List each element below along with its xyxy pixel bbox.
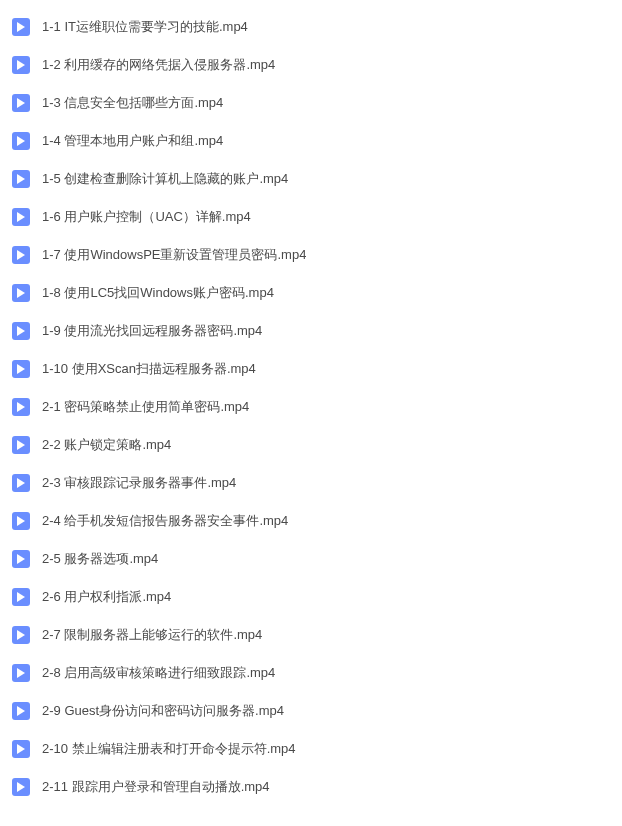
file-name-label: 1-1 IT运维职位需要学习的技能.mp4 [42, 18, 248, 36]
file-item[interactable]: 1-10 使用XScan扫描远程服务器.mp4 [0, 350, 622, 388]
video-file-icon [12, 512, 30, 530]
file-item[interactable]: 2-7 限制服务器上能够运行的软件.mp4 [0, 616, 622, 654]
file-item[interactable]: 1-2 利用缓存的网络凭据入侵服务器.mp4 [0, 46, 622, 84]
file-name-label: 2-3 审核跟踪记录服务器事件.mp4 [42, 474, 236, 492]
video-file-icon [12, 170, 30, 188]
video-file-icon [12, 436, 30, 454]
video-file-icon [12, 208, 30, 226]
file-name-label: 1-4 管理本地用户账户和组.mp4 [42, 132, 223, 150]
file-item[interactable]: 2-2 账户锁定策略.mp4 [0, 426, 622, 464]
file-name-label: 1-2 利用缓存的网络凭据入侵服务器.mp4 [42, 56, 275, 74]
file-name-label: 2-6 用户权利指派.mp4 [42, 588, 171, 606]
file-name-label: 1-8 使用LC5找回Windows账户密码.mp4 [42, 284, 274, 302]
video-file-icon [12, 360, 30, 378]
file-item[interactable]: 1-5 创建检查删除计算机上隐藏的账户.mp4 [0, 160, 622, 198]
file-item[interactable]: 1-4 管理本地用户账户和组.mp4 [0, 122, 622, 160]
file-item[interactable]: 2-10 禁止编辑注册表和打开命令提示符.mp4 [0, 730, 622, 768]
video-file-icon [12, 664, 30, 682]
video-file-icon [12, 322, 30, 340]
file-name-label: 2-10 禁止编辑注册表和打开命令提示符.mp4 [42, 740, 296, 758]
file-name-label: 1-6 用户账户控制（UAC）详解.mp4 [42, 208, 251, 226]
file-list: 1-1 IT运维职位需要学习的技能.mp41-2 利用缓存的网络凭据入侵服务器.… [0, 8, 622, 806]
file-item[interactable]: 2-5 服务器选项.mp4 [0, 540, 622, 578]
file-item[interactable]: 2-9 Guest身份访问和密码访问服务器.mp4 [0, 692, 622, 730]
file-item[interactable]: 1-3 信息安全包括哪些方面.mp4 [0, 84, 622, 122]
file-name-label: 1-3 信息安全包括哪些方面.mp4 [42, 94, 223, 112]
video-file-icon [12, 474, 30, 492]
video-file-icon [12, 246, 30, 264]
video-file-icon [12, 398, 30, 416]
file-name-label: 2-7 限制服务器上能够运行的软件.mp4 [42, 626, 262, 644]
file-item[interactable]: 1-8 使用LC5找回Windows账户密码.mp4 [0, 274, 622, 312]
video-file-icon [12, 94, 30, 112]
file-item[interactable]: 2-11 跟踪用户登录和管理自动播放.mp4 [0, 768, 622, 806]
video-file-icon [12, 702, 30, 720]
file-item[interactable]: 1-6 用户账户控制（UAC）详解.mp4 [0, 198, 622, 236]
file-item[interactable]: 1-9 使用流光找回远程服务器密码.mp4 [0, 312, 622, 350]
video-file-icon [12, 740, 30, 758]
file-name-label: 1-9 使用流光找回远程服务器密码.mp4 [42, 322, 262, 340]
file-name-label: 2-11 跟踪用户登录和管理自动播放.mp4 [42, 778, 270, 796]
video-file-icon [12, 132, 30, 150]
file-name-label: 1-7 使用WindowsPE重新设置管理员密码.mp4 [42, 246, 306, 264]
file-name-label: 2-4 给手机发短信报告服务器安全事件.mp4 [42, 512, 288, 530]
video-file-icon [12, 284, 30, 302]
file-item[interactable]: 1-7 使用WindowsPE重新设置管理员密码.mp4 [0, 236, 622, 274]
file-name-label: 2-9 Guest身份访问和密码访问服务器.mp4 [42, 702, 284, 720]
file-item[interactable]: 2-3 审核跟踪记录服务器事件.mp4 [0, 464, 622, 502]
file-item[interactable]: 2-8 启用高级审核策略进行细致跟踪.mp4 [0, 654, 622, 692]
file-item[interactable]: 2-6 用户权利指派.mp4 [0, 578, 622, 616]
file-item[interactable]: 1-1 IT运维职位需要学习的技能.mp4 [0, 8, 622, 46]
video-file-icon [12, 550, 30, 568]
video-file-icon [12, 778, 30, 796]
file-item[interactable]: 2-1 密码策略禁止使用简单密码.mp4 [0, 388, 622, 426]
file-name-label: 1-5 创建检查删除计算机上隐藏的账户.mp4 [42, 170, 288, 188]
file-name-label: 2-5 服务器选项.mp4 [42, 550, 158, 568]
file-item[interactable]: 2-4 给手机发短信报告服务器安全事件.mp4 [0, 502, 622, 540]
video-file-icon [12, 626, 30, 644]
video-file-icon [12, 18, 30, 36]
file-name-label: 2-2 账户锁定策略.mp4 [42, 436, 171, 454]
video-file-icon [12, 56, 30, 74]
file-name-label: 1-10 使用XScan扫描远程服务器.mp4 [42, 360, 256, 378]
file-name-label: 2-1 密码策略禁止使用简单密码.mp4 [42, 398, 249, 416]
file-name-label: 2-8 启用高级审核策略进行细致跟踪.mp4 [42, 664, 275, 682]
video-file-icon [12, 588, 30, 606]
